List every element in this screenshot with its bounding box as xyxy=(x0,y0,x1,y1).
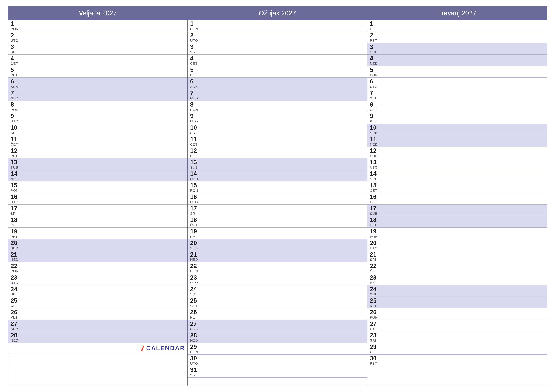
day-row: 15PON xyxy=(188,181,367,193)
day-number: 29 xyxy=(370,344,544,350)
day-row: 17SRI xyxy=(8,205,188,216)
day-number: 28 xyxy=(190,332,365,339)
day-name: SRI xyxy=(11,212,185,216)
day-number: 7 xyxy=(11,90,185,96)
day-row: 25NED xyxy=(367,297,547,308)
day-name: PON xyxy=(11,269,185,273)
day-row: 21NED xyxy=(188,251,367,262)
day-number: 15 xyxy=(11,182,185,189)
day-row: 23PET xyxy=(367,274,547,285)
day-row: 13UTO xyxy=(367,158,547,170)
day-name: PON xyxy=(190,108,365,112)
day-number: 3 xyxy=(190,44,365,50)
day-row: 5PET xyxy=(188,66,367,78)
day-name: PET xyxy=(190,315,365,319)
day-name: UTO xyxy=(190,120,365,123)
day-row: 8PON xyxy=(8,101,188,112)
day-number: 18 xyxy=(190,217,365,223)
day-row: 24SRI xyxy=(188,285,367,297)
day-name: SRI xyxy=(11,292,185,296)
day-row: 2UTO xyxy=(8,31,188,43)
day-name: NED xyxy=(370,62,544,66)
day-row: 17SRI xyxy=(188,205,367,216)
day-row: 7SRI xyxy=(367,89,547,101)
logo-row: 7CALENDAR xyxy=(8,343,188,354)
day-row: 6SUB xyxy=(8,78,188,89)
day-number: 18 xyxy=(370,217,544,223)
day-name: SUB xyxy=(370,50,544,54)
day-row: 18ČET xyxy=(8,216,188,228)
day-row: 15ČET xyxy=(367,181,547,193)
day-number: 10 xyxy=(11,124,185,131)
day-name: ČET xyxy=(190,62,365,66)
day-number: 16 xyxy=(370,194,544,200)
day-row: 13SUB xyxy=(8,158,188,170)
day-name: UTO xyxy=(190,281,365,285)
day-row: 1ČET xyxy=(367,20,547,31)
day-row: 25ČET xyxy=(8,297,188,308)
day-name: PON xyxy=(190,27,365,31)
day-row: 26PON xyxy=(367,308,547,320)
day-name: SRI xyxy=(11,50,185,54)
day-name: PET xyxy=(370,120,544,123)
day-row: 29ČET xyxy=(367,343,547,355)
day-number: 23 xyxy=(370,274,544,281)
day-name: SUB xyxy=(190,85,365,89)
day-number: 11 xyxy=(11,136,185,143)
day-row: 28NED xyxy=(188,331,367,343)
day-row: 12PET xyxy=(188,147,367,158)
day-number: 28 xyxy=(370,332,544,339)
day-row: 19PET xyxy=(8,228,188,239)
day-row: 14SRI xyxy=(367,170,547,181)
day-number: 16 xyxy=(11,194,185,200)
day-row: 10SRI xyxy=(8,124,188,135)
day-name: SRI xyxy=(370,96,544,100)
day-row: 7NED xyxy=(8,89,188,101)
day-number: 19 xyxy=(11,228,185,235)
day-row: 18NED xyxy=(367,216,547,228)
day-name: PET xyxy=(370,200,544,204)
day-row: 11ČET xyxy=(188,135,367,147)
day-number: 13 xyxy=(190,159,365,166)
day-number: 1 xyxy=(370,21,544,27)
day-row: 23UTO xyxy=(8,274,188,285)
day-number: 15 xyxy=(190,182,365,189)
day-name: UTO xyxy=(190,362,365,365)
day-name: PON xyxy=(11,27,185,31)
day-number: 9 xyxy=(11,113,185,120)
day-name: SRI xyxy=(11,131,185,135)
day-row: 23UTO xyxy=(188,274,367,285)
day-number: 21 xyxy=(190,251,365,258)
day-name: SUB xyxy=(11,327,185,331)
day-row: 13SUB xyxy=(188,158,367,170)
day-row: 9UTO xyxy=(8,112,188,124)
day-row: 17SUB xyxy=(367,205,547,216)
day-name: PET xyxy=(370,39,544,43)
day-number: 29 xyxy=(190,344,365,350)
day-name: PON xyxy=(190,189,365,192)
day-number: 14 xyxy=(370,171,544,177)
empty-row xyxy=(8,364,188,385)
month-column-travanj: Travanj 20271ČET2PET3SUB4NED5PON6UTO7SRI… xyxy=(367,7,547,385)
day-number: 14 xyxy=(190,171,365,177)
day-name: NED xyxy=(190,339,365,342)
calendar-icon: 7 xyxy=(140,344,145,352)
day-name: SUB xyxy=(190,327,365,331)
day-row: 8PON xyxy=(188,101,367,112)
day-number: 3 xyxy=(370,44,544,50)
day-number: 20 xyxy=(190,240,365,246)
day-number: 8 xyxy=(11,101,185,108)
day-row: 12PON xyxy=(367,147,547,158)
day-number: 27 xyxy=(11,321,185,327)
day-row: 14NED xyxy=(188,170,367,181)
day-number: 1 xyxy=(11,21,185,27)
day-name: UTO xyxy=(370,166,544,170)
day-number: 4 xyxy=(370,55,544,62)
day-number: 27 xyxy=(190,321,365,327)
day-name: SRI xyxy=(370,177,544,181)
day-row: 12PET xyxy=(8,147,188,158)
day-row: 26PET xyxy=(8,308,188,320)
day-number: 31 xyxy=(190,367,365,373)
day-row: 31SRI xyxy=(188,366,367,378)
day-name: NED xyxy=(370,304,544,308)
